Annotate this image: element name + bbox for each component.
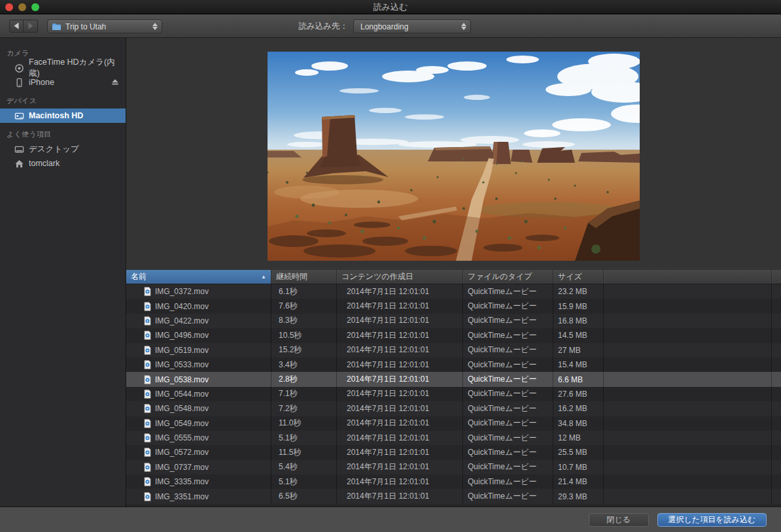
cell-duration: 7.6秒: [271, 299, 337, 313]
cell-spacer: [772, 284, 781, 299]
table-row[interactable]: IMG_0372.mov6.1秒2014年7月1日 12:01:01QuickT…: [126, 284, 781, 299]
cell-created: 2014年7月1日 12:01:01: [337, 357, 463, 372]
nav-buttons: [9, 20, 38, 33]
cell-size-text: 10.7 MB: [558, 463, 587, 472]
quicktime-file-icon: [144, 331, 151, 340]
cell-name-text: IMG_0420.mov: [155, 302, 209, 311]
table-row[interactable]: IMG_3351.mov6.5秒2014年7月1日 12:01:01QuickT…: [126, 489, 781, 503]
cell-spacer: [604, 460, 772, 474]
cell-size-text: 15.4 MB: [558, 360, 587, 369]
cell-type: QuickTimeムービー: [463, 314, 553, 328]
cell-type-text: QuickTimeムービー: [468, 491, 536, 502]
sidebar-section: デバイスMacintosh HD: [0, 96, 126, 123]
cell-duration-text: 3.4秒: [279, 359, 298, 371]
cell-spacer: [604, 401, 772, 416]
sidebar-item-desktop[interactable]: デスクトップ: [0, 142, 126, 156]
titlebar: 読み込む: [0, 0, 781, 14]
cell-type: QuickTimeムービー: [463, 460, 553, 474]
cell-name: IMG_0372.mov: [126, 284, 271, 299]
cell-spacer: [604, 314, 772, 328]
cell-name-text: IMG_0737.mov: [155, 463, 209, 472]
quicktime-file-icon: [144, 375, 151, 384]
table-row[interactable]: IMG_0572.mov11.5秒2014年7月1日 12:01:01Quick…: [126, 445, 781, 459]
cell-name: IMG_0548.mov: [126, 401, 271, 416]
cell-name-text: IMG_0572.mov: [155, 448, 209, 457]
sort-ascending-icon: ▲: [261, 274, 266, 280]
import-selected-button[interactable]: 選択した項目を読み込む: [657, 513, 767, 527]
table-row[interactable]: IMG_0519.mov15.2秒2014年7月1日 12:01:01Quick…: [126, 343, 781, 357]
cell-size-text: 6.6 MB: [558, 375, 583, 384]
window-title: 読み込む: [0, 1, 781, 13]
cell-created-text: 2014年7月1日 12:01:01: [347, 491, 429, 502]
cell-size-text: 29.3 MB: [558, 492, 587, 501]
source-folder-dropdown[interactable]: Trip to Utah: [47, 20, 162, 33]
table-row[interactable]: IMG_0533.mov3.4秒2014年7月1日 12:01:01QuickT…: [126, 357, 781, 372]
column-header-name[interactable]: 名前▲: [126, 270, 271, 284]
table-row[interactable]: IMG_0549.mov11.0秒2014年7月1日 12:01:01Quick…: [126, 416, 781, 431]
sidebar: カメラFaceTime HDカメラ(内蔵)iPhoneデバイスMacintosh…: [0, 38, 126, 507]
cell-size: 15.9 MB: [553, 299, 604, 313]
cell-duration: 3.4秒: [271, 357, 337, 372]
cell-created-text: 2014年7月1日 12:01:01: [347, 315, 429, 326]
table-row[interactable]: IMG_0496.mov10.5秒2014年7月1日 12:01:01Quick…: [126, 328, 781, 342]
video-preview-image[interactable]: [268, 52, 640, 261]
sidebar-item-macintosh-hd[interactable]: Macintosh HD: [0, 108, 126, 123]
column-header-label: サイズ: [558, 271, 582, 282]
table-row[interactable]: IMG_3335.mov5.1秒2014年7月1日 12:01:01QuickT…: [126, 474, 781, 489]
cell-type-text: QuickTimeムービー: [468, 433, 536, 444]
column-header-created[interactable]: コンテンツの作成日: [337, 270, 463, 284]
destination-dropdown[interactable]: Longboarding: [353, 20, 471, 33]
cell-name: IMG_3335.mov: [126, 474, 271, 489]
cell-size-text: 16.2 MB: [558, 404, 587, 413]
column-header-type[interactable]: ファイルのタイプ: [463, 270, 553, 284]
table-row[interactable]: IMG_0544.mov7.1秒2014年7月1日 12:01:01QuickT…: [126, 387, 781, 401]
cell-created-text: 2014年7月1日 12:01:01: [347, 388, 429, 399]
column-header-size[interactable]: サイズ: [553, 270, 604, 284]
cell-spacer: [604, 357, 772, 372]
cell-name-text: IMG_0496.mov: [155, 331, 209, 340]
sidebar-item-iphone[interactable]: iPhone: [0, 75, 126, 90]
file-table: 名前▲継続時間コンテンツの作成日ファイルのタイプサイズ IMG_0372.mov…: [126, 270, 781, 507]
cell-name-text: IMG_0544.mov: [155, 390, 209, 399]
cell-created-text: 2014年7月1日 12:01:01: [347, 359, 429, 371]
column-header-spacer: [772, 270, 781, 284]
cell-created: 2014年7月1日 12:01:01: [337, 460, 463, 474]
cell-created-text: 2014年7月1日 12:01:01: [347, 476, 429, 488]
back-button[interactable]: [9, 20, 24, 33]
table-row[interactable]: IMG_0548.mov7.2秒2014年7月1日 12:01:01QuickT…: [126, 401, 781, 416]
sidebar-item-label: iPhone: [29, 78, 54, 87]
cell-duration-text: 5.1秒: [279, 433, 298, 444]
cell-duration: 10.5秒: [271, 328, 337, 342]
table-row[interactable]: IMG_0538.mov2.8秒2014年7月1日 12:01:01QuickT…: [126, 372, 781, 386]
cell-spacer: [772, 489, 781, 503]
cell-created: 2014年7月1日 12:01:01: [337, 401, 463, 416]
cell-duration: 5.4秒: [271, 460, 337, 474]
forward-button[interactable]: [24, 20, 38, 33]
cell-name-text: IMG_0538.mov: [155, 375, 209, 384]
footer-bar: 閉じる 選択した項目を読み込む: [0, 507, 781, 532]
cell-duration-text: 7.6秒: [279, 301, 298, 312]
cell-duration-text: 11.0秒: [279, 418, 301, 429]
table-body: IMG_0372.mov6.1秒2014年7月1日 12:01:01QuickT…: [126, 284, 781, 507]
column-header-label: コンテンツの作成日: [341, 271, 413, 282]
table-row[interactable]: IMG_0420.mov7.6秒2014年7月1日 12:01:01QuickT…: [126, 299, 781, 313]
table-row[interactable]: IMG_0422.mov8.3秒2014年7月1日 12:01:01QuickT…: [126, 314, 781, 328]
cell-name-text: IMG_0533.mov: [155, 360, 209, 369]
close-button[interactable]: 閉じる: [589, 513, 649, 527]
cell-size: 16.8 MB: [553, 314, 604, 328]
sidebar-item-tomclark[interactable]: tomclark: [0, 156, 126, 171]
destination-group: 読み込み先： Longboarding: [288, 20, 471, 33]
cell-type: QuickTimeムービー: [463, 416, 553, 431]
cell-type: QuickTimeムービー: [463, 328, 553, 342]
table-row[interactable]: IMG_0555.mov5.1秒2014年7月1日 12:01:01QuickT…: [126, 431, 781, 445]
cell-type-text: QuickTimeムービー: [468, 315, 536, 326]
eject-icon[interactable]: [111, 78, 119, 88]
sidebar-item-facetime-hd-camera[interactable]: FaceTime HDカメラ(内蔵): [0, 61, 126, 75]
table-row[interactable]: IMG_0737.mov5.4秒2014年7月1日 12:01:01QuickT…: [126, 460, 781, 474]
cell-created: 2014年7月1日 12:01:01: [337, 299, 463, 313]
column-header-duration[interactable]: 継続時間: [271, 270, 337, 284]
facetime-camera-icon: [14, 63, 24, 73]
cell-size-text: 21.4 MB: [558, 477, 587, 486]
cell-duration-text: 10.5秒: [279, 330, 302, 341]
cell-created: 2014年7月1日 12:01:01: [337, 431, 463, 445]
